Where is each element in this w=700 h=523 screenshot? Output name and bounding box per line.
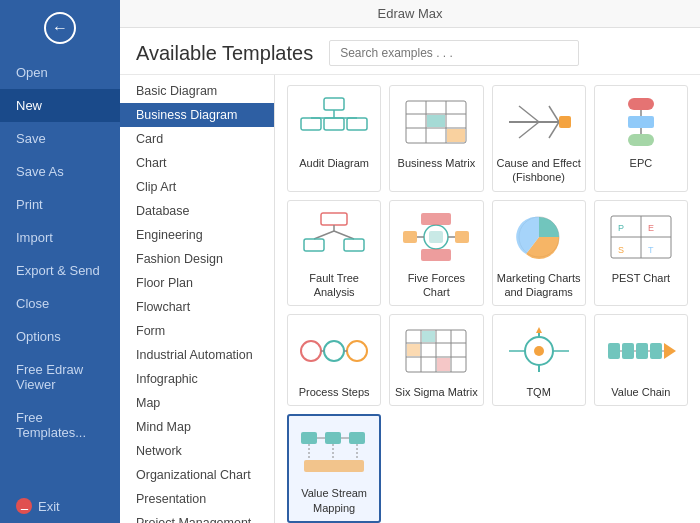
svg-rect-34 bbox=[455, 231, 469, 243]
svg-point-50 bbox=[324, 341, 344, 361]
svg-marker-74 bbox=[664, 343, 676, 359]
nav-item-project-management[interactable]: Project Management bbox=[120, 511, 274, 523]
category-nav-list: Basic DiagramBusiness DiagramCardChartCl… bbox=[120, 75, 275, 523]
template-card-marketing-charts[interactable]: Marketing Charts and Diagrams bbox=[492, 200, 586, 307]
template-label-value-chain: Value Chain bbox=[611, 385, 670, 399]
sidebar-item-save-as[interactable]: Save As bbox=[0, 155, 120, 188]
nav-item-presentation[interactable]: Presentation bbox=[120, 487, 274, 511]
nav-item-business-diagram[interactable]: Business Diagram bbox=[120, 103, 274, 127]
svg-rect-24 bbox=[628, 134, 654, 146]
sidebar-item-new[interactable]: New bbox=[0, 89, 120, 122]
template-card-six-sigma[interactable]: Six Sigma Matrix bbox=[389, 314, 483, 406]
template-card-five-forces[interactable]: Five Forces Chart bbox=[389, 200, 483, 307]
svg-rect-81 bbox=[349, 432, 365, 444]
svg-rect-60 bbox=[407, 344, 420, 356]
sidebar-item-options[interactable]: Options bbox=[0, 320, 120, 353]
svg-rect-61 bbox=[422, 331, 435, 342]
template-card-value-stream[interactable]: Value Stream Mapping bbox=[287, 414, 381, 523]
svg-point-69 bbox=[534, 346, 544, 356]
nav-item-mind-map[interactable]: Mind Map bbox=[120, 415, 274, 439]
nav-item-engineering[interactable]: Engineering bbox=[120, 223, 274, 247]
sidebar: ← OpenNewSaveSave AsPrintImportExport & … bbox=[0, 0, 120, 523]
back-circle-icon[interactable]: ← bbox=[44, 12, 76, 44]
template-label-fault-tree: Fault Tree Analysis bbox=[292, 271, 376, 300]
svg-rect-29 bbox=[304, 239, 324, 251]
svg-rect-72 bbox=[636, 343, 648, 359]
svg-text:S: S bbox=[618, 245, 624, 255]
nav-item-form[interactable]: Form bbox=[120, 319, 274, 343]
template-label-tqm: TQM bbox=[526, 385, 550, 399]
svg-rect-35 bbox=[421, 213, 451, 225]
nav-item-basic-diagram[interactable]: Basic Diagram bbox=[120, 79, 274, 103]
value-stream-icon bbox=[294, 422, 374, 482]
nav-item-card[interactable]: Card bbox=[120, 127, 274, 151]
svg-rect-19 bbox=[559, 116, 571, 128]
five-forces-icon bbox=[396, 207, 476, 267]
nav-item-clip-art[interactable]: Clip Art bbox=[120, 175, 274, 199]
svg-rect-13 bbox=[447, 129, 465, 142]
svg-line-17 bbox=[549, 106, 559, 122]
template-card-audit-diagram[interactable]: Audit Diagram bbox=[287, 85, 381, 192]
nav-item-chart[interactable]: Chart bbox=[120, 151, 274, 175]
template-card-tqm[interactable]: TQM bbox=[492, 314, 586, 406]
epc-icon bbox=[601, 92, 681, 152]
template-card-epc[interactable]: EPC bbox=[594, 85, 688, 192]
tqm-icon bbox=[499, 321, 579, 381]
svg-rect-25 bbox=[321, 213, 347, 225]
svg-rect-20 bbox=[628, 98, 654, 110]
nav-item-organizational-chart[interactable]: Organizational Chart bbox=[120, 463, 274, 487]
svg-rect-62 bbox=[437, 358, 450, 371]
sidebar-item-free-viewer[interactable]: Free Edraw Viewer bbox=[0, 353, 120, 401]
svg-rect-79 bbox=[301, 432, 317, 444]
pest-chart-icon: PEST bbox=[601, 207, 681, 267]
svg-rect-71 bbox=[622, 343, 634, 359]
process-steps-icon bbox=[294, 321, 374, 381]
svg-line-15 bbox=[519, 106, 539, 122]
template-card-pest-chart[interactable]: PESTPEST Chart bbox=[594, 200, 688, 307]
svg-rect-6 bbox=[347, 118, 367, 130]
sidebar-item-save[interactable]: Save bbox=[0, 122, 120, 155]
svg-line-18 bbox=[549, 122, 559, 138]
template-label-audit-diagram: Audit Diagram bbox=[299, 156, 369, 170]
nav-item-industrial-automation[interactable]: Industrial Automation bbox=[120, 343, 274, 367]
template-label-business-matrix: Business Matrix bbox=[398, 156, 476, 170]
sidebar-item-import[interactable]: Import bbox=[0, 221, 120, 254]
nav-item-map[interactable]: Map bbox=[120, 391, 274, 415]
sidebar-item-close[interactable]: Close bbox=[0, 287, 120, 320]
template-card-business-matrix[interactable]: Business Matrix bbox=[389, 85, 483, 192]
nav-item-database[interactable]: Database bbox=[120, 199, 274, 223]
cause-effect-icon bbox=[499, 92, 579, 152]
svg-marker-65 bbox=[536, 327, 542, 333]
template-card-value-chain[interactable]: Value Chain bbox=[594, 314, 688, 406]
middle-area: Basic DiagramBusiness DiagramCardChartCl… bbox=[120, 75, 700, 523]
template-card-process-steps[interactable]: Process Steps bbox=[287, 314, 381, 406]
svg-rect-73 bbox=[650, 343, 662, 359]
exit-button[interactable]: ⚊ Exit bbox=[0, 489, 120, 523]
sidebar-nav: OpenNewSaveSave AsPrintImportExport & Se… bbox=[0, 56, 120, 449]
nav-item-infographic[interactable]: Infographic bbox=[120, 367, 274, 391]
sidebar-item-free-templates[interactable]: Free Templates... bbox=[0, 401, 120, 449]
nav-item-floor-plan[interactable]: Floor Plan bbox=[120, 271, 274, 295]
svg-line-16 bbox=[519, 122, 539, 138]
search-input[interactable] bbox=[329, 40, 579, 66]
sidebar-item-print[interactable]: Print bbox=[0, 188, 120, 221]
templates-grid: Audit DiagramBusiness MatrixCause and Ef… bbox=[275, 75, 700, 523]
template-card-fault-tree[interactable]: Fault Tree Analysis bbox=[287, 200, 381, 307]
nav-item-flowchart[interactable]: Flowchart bbox=[120, 295, 274, 319]
nav-item-fashion-design[interactable]: Fashion Design bbox=[120, 247, 274, 271]
template-label-process-steps: Process Steps bbox=[299, 385, 370, 399]
business-matrix-icon bbox=[396, 92, 476, 152]
template-card-cause-effect[interactable]: Cause and Effect (Fishbone) bbox=[492, 85, 586, 192]
template-label-epc: EPC bbox=[630, 156, 653, 170]
exit-icon: ⚊ bbox=[16, 498, 32, 514]
marketing-charts-icon bbox=[499, 207, 579, 267]
svg-text:P: P bbox=[618, 223, 624, 233]
back-button[interactable]: ← bbox=[0, 0, 120, 56]
nav-item-network[interactable]: Network bbox=[120, 439, 274, 463]
svg-rect-33 bbox=[403, 231, 417, 243]
sidebar-item-export-send[interactable]: Export & Send bbox=[0, 254, 120, 287]
sidebar-item-open[interactable]: Open bbox=[0, 56, 120, 89]
fault-tree-icon bbox=[294, 207, 374, 267]
main-content: Edraw Max Available Templates Basic Diag… bbox=[120, 0, 700, 523]
svg-rect-32 bbox=[429, 231, 443, 243]
